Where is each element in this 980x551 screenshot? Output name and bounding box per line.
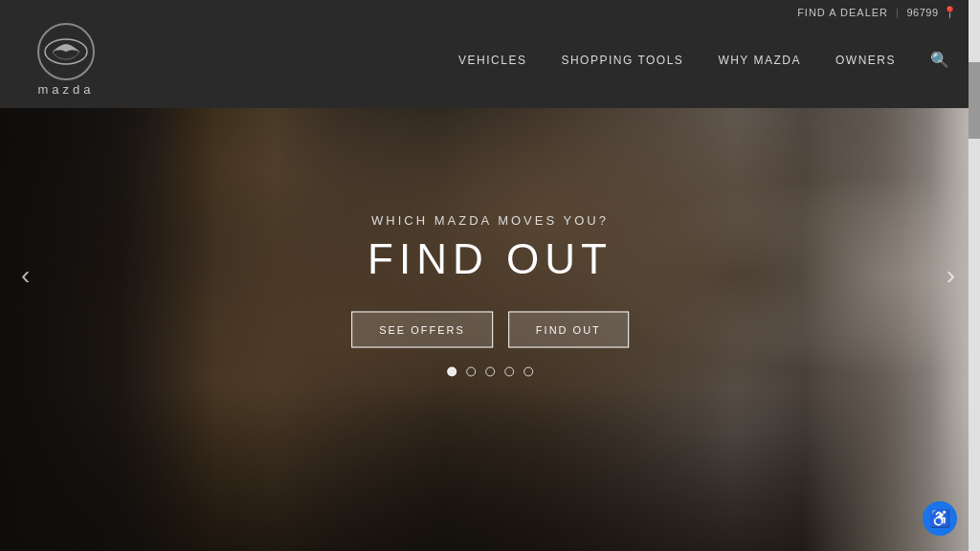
dot-2[interactable]	[466, 367, 476, 377]
zip-area: 96799 📍	[906, 6, 957, 19]
logo-text: mazda	[37, 82, 94, 97]
scrollbar[interactable]	[969, 0, 980, 551]
nav-vehicles[interactable]: VEHICLES	[458, 54, 526, 67]
hero-dots	[351, 367, 629, 377]
top-bar: FIND A DEALER | 96799 📍	[0, 0, 980, 23]
site-header: FIND A DEALER | 96799 📍 mazda VEHICLES	[0, 0, 980, 108]
location-icon: 📍	[943, 6, 958, 19]
nav-links: VEHICLES SHOPPING TOOLS WHY MAZDA OWNERS…	[458, 51, 957, 69]
next-arrow[interactable]: ›	[937, 251, 965, 300]
accessibility-button[interactable]: ♿	[923, 501, 957, 536]
nav-owners[interactable]: OWNERS	[835, 54, 896, 67]
mazda-logo	[37, 23, 95, 80]
hero-title: FIND OUT	[351, 235, 629, 283]
dot-1[interactable]	[447, 367, 457, 377]
nav-bar: mazda VEHICLES SHOPPING TOOLS WHY MAZDA …	[0, 23, 980, 108]
hero-content: WHICH MAZDA MOVES YOU? FIND OUT SEE OFFE…	[351, 213, 629, 377]
dot-3[interactable]	[485, 367, 495, 377]
search-icon[interactable]: 🔍	[930, 51, 949, 69]
nav-shopping-tools[interactable]: SHOPPING TOOLS	[561, 54, 683, 67]
accessibility-icon: ♿	[929, 508, 950, 529]
dot-5[interactable]	[523, 367, 533, 377]
nav-why-mazda[interactable]: WHY MAZDA	[718, 54, 801, 67]
see-offers-button[interactable]: SEE OFFERS	[351, 312, 493, 348]
find-dealer-link[interactable]: FIND A DEALER	[797, 7, 888, 18]
divider: |	[896, 7, 899, 18]
mazda-logo-svg	[43, 36, 89, 67]
hero-subtitle: WHICH MAZDA MOVES YOU?	[351, 213, 629, 228]
find-out-button[interactable]: FIND OUT	[508, 312, 629, 348]
hero-buttons: SEE OFFERS FIND OUT	[351, 312, 629, 348]
scrollbar-thumb[interactable]	[969, 62, 980, 139]
logo-area[interactable]: mazda	[23, 23, 109, 97]
zip-code: 96799	[906, 7, 938, 18]
dot-4[interactable]	[504, 367, 514, 377]
prev-arrow[interactable]: ‹	[11, 251, 39, 300]
